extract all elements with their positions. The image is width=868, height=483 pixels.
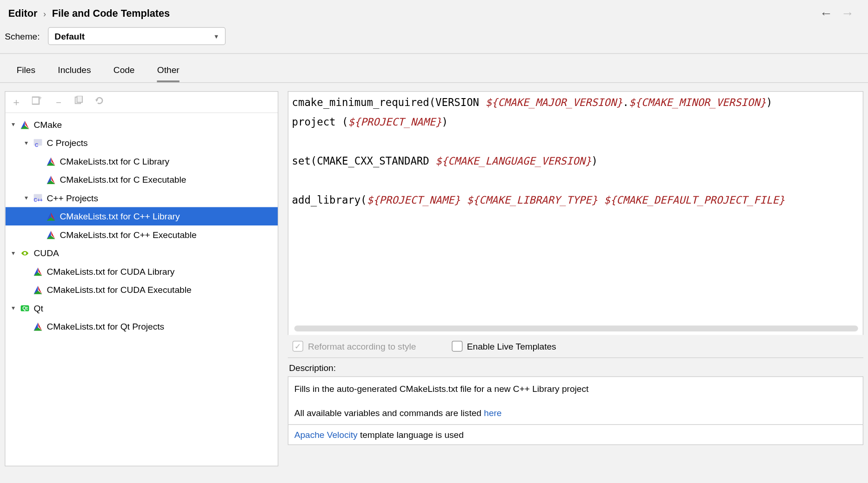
checkbox-checked-icon: ✓ (293, 341, 303, 351)
checkbox-unchecked-icon: ✓ (452, 341, 462, 351)
tree-node-qt-projects[interactable]: CMakeLists.txt for Qt Projects (5, 317, 278, 335)
remove-icon[interactable]: － (53, 95, 64, 109)
svg-text:C++: C++ (34, 197, 43, 202)
template-tree[interactable]: ▾ CMake ▾ C C Projects CMakeLists.txt fo… (5, 113, 278, 466)
language-note: Apache Velocity template language is use… (288, 424, 863, 445)
tree-label: CMakeLists.txt for C Executable (57, 175, 186, 185)
description-line2: All available variables and commands are… (294, 406, 857, 419)
tree-node-cmake[interactable]: ▾ CMake (5, 115, 278, 133)
tree-label: C Projects (44, 138, 87, 148)
apache-velocity-link[interactable]: Apache Velocity (294, 430, 358, 440)
back-icon[interactable]: ← (820, 6, 833, 21)
cpp-project-icon: C++ (31, 193, 44, 203)
chevron-down-icon[interactable]: ▾ (22, 139, 31, 147)
cmake-icon (31, 266, 44, 276)
tree-node-cpp-projects[interactable]: ▾ C++ C++ Projects (5, 189, 278, 207)
tree-label: CMakeLists.txt for CUDA Executable (44, 285, 191, 295)
add-child-icon[interactable]: + (32, 96, 43, 108)
tree-label: C++ Projects (44, 193, 98, 203)
tree-label: CMakeLists.txt for C Library (57, 156, 169, 166)
cmake-icon (44, 157, 57, 166)
tree-node-cuda-executable[interactable]: CMakeLists.txt for CUDA Executable (5, 280, 278, 298)
forward-icon: → (841, 6, 854, 21)
reformat-checkbox: ✓ Reformat according to style (293, 341, 416, 351)
scheme-value: Default (54, 31, 85, 41)
svg-point-24 (24, 251, 27, 254)
cmake-icon (31, 322, 44, 331)
tree-node-cuda[interactable]: ▾ CUDA (5, 244, 278, 262)
tab-includes[interactable]: Includes (58, 65, 91, 82)
cmake-icon (31, 285, 44, 294)
scheme-select[interactable]: Default ▼ (48, 27, 226, 45)
chevron-right-icon: › (43, 9, 46, 18)
svg-text:+: + (39, 96, 42, 101)
svg-text:Qt: Qt (22, 305, 28, 311)
tree-node-qt[interactable]: ▾ Qt Qt (5, 299, 278, 317)
qt-icon: Qt (18, 303, 31, 312)
breadcrumb: Editor › File and Code Templates (8, 8, 170, 20)
copy-icon[interactable] (74, 96, 83, 108)
breadcrumb-templates: File and Code Templates (52, 8, 170, 20)
nvidia-icon (18, 248, 31, 258)
tree-node-cpp-library[interactable]: CMakeLists.txt for C++ Library (5, 207, 278, 225)
c-project-icon: C (31, 138, 44, 147)
here-link[interactable]: here (484, 408, 501, 418)
add-icon[interactable]: ＋ (11, 95, 21, 109)
chevron-down-icon[interactable]: ▾ (22, 194, 31, 202)
tab-code[interactable]: Code (114, 65, 135, 82)
tree-label: CMakeLists.txt for Qt Projects (44, 321, 164, 331)
scheme-label: Scheme: (5, 31, 40, 41)
description-line1: Fills in the auto-generated CMakeLists.t… (294, 382, 857, 395)
tree-node-c-projects[interactable]: ▾ C C Projects (5, 134, 278, 152)
chevron-down-icon: ▼ (214, 33, 220, 40)
tree-label: Qt (31, 303, 43, 313)
horizontal-scrollbar[interactable] (294, 325, 858, 331)
tree-label: CMakeLists.txt for CUDA Library (44, 266, 174, 277)
enable-live-checkbox[interactable]: ✓ Enable Live Templates (452, 341, 556, 351)
tree-label: CMake (31, 119, 62, 130)
tree-toolbar: ＋ + － (5, 92, 278, 113)
tab-files[interactable]: Files (17, 65, 35, 82)
description-box: Fills in the auto-generated CMakeLists.t… (288, 377, 863, 424)
reformat-label: Reformat according to style (308, 341, 416, 351)
breadcrumb-editor[interactable]: Editor (8, 8, 38, 20)
enable-live-label: Enable Live Templates (467, 341, 556, 351)
cmake-icon (44, 230, 57, 239)
chevron-down-icon[interactable]: ▾ (9, 249, 18, 257)
chevron-down-icon[interactable]: ▾ (9, 304, 18, 312)
tree-label: CMakeLists.txt for C++ Executable (57, 230, 196, 240)
cmake-icon (44, 212, 57, 221)
revert-icon[interactable] (94, 96, 103, 108)
svg-rect-0 (32, 97, 39, 104)
tree-node-c-library[interactable]: CMakeLists.txt for C Library (5, 152, 278, 170)
tree-label: CMakeLists.txt for C++ Library (57, 211, 180, 221)
tab-other[interactable]: Other (157, 65, 180, 82)
tree-node-c-executable[interactable]: CMakeLists.txt for C Executable (5, 171, 278, 189)
svg-rect-3 (77, 96, 82, 102)
svg-text:C: C (35, 142, 39, 147)
template-editor[interactable]: cmake_minimum_required(VERSION ${CMAKE_M… (288, 91, 863, 335)
tree-node-cuda-library[interactable]: CMakeLists.txt for CUDA Library (5, 262, 278, 280)
svg-marker-4 (95, 99, 98, 102)
tree-node-cpp-executable[interactable]: CMakeLists.txt for C++ Executable (5, 225, 278, 244)
cmake-icon (18, 120, 31, 129)
tree-label: CUDA (31, 248, 59, 258)
cmake-icon (44, 175, 57, 184)
tabs: Files Includes Code Other (0, 54, 868, 83)
chevron-down-icon[interactable]: ▾ (9, 121, 18, 129)
description-label: Description: (288, 358, 863, 376)
